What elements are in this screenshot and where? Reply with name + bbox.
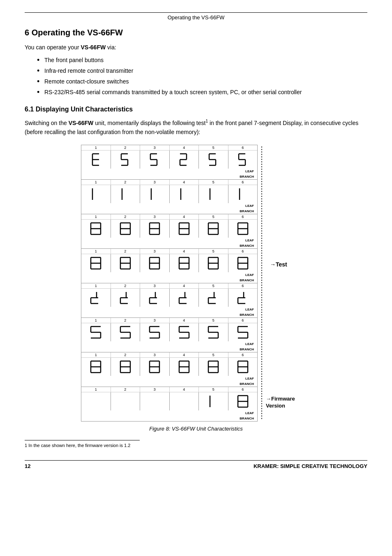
diagram-row-6: 1 2 3 4 5 6 <box>81 318 257 352</box>
seg-display <box>236 152 249 167</box>
diagram-row-4: 1 2 3 4 5 6 <box>81 249 257 283</box>
row3-segs <box>81 220 257 238</box>
diagram-row-8: 1 2 3 4 5 6 <box>81 387 257 421</box>
seg-display <box>119 325 132 340</box>
leaf-label-8: LEAF <box>245 411 254 415</box>
section61-body: Switching on the VS-66FW unit, momentari… <box>25 118 367 137</box>
list-item: The front panel buttons <box>37 56 367 65</box>
seg-display <box>236 256 249 271</box>
seg-display <box>207 290 220 305</box>
row2-segs <box>81 185 257 203</box>
seg-display <box>119 290 132 305</box>
seg-display <box>148 221 161 236</box>
seg-display <box>148 359 161 374</box>
page-number: 12 <box>25 463 30 469</box>
seg-display <box>178 325 191 340</box>
row5-labels: 1 2 3 4 5 6 <box>81 283 257 289</box>
leaf-label-1: LEAF <box>245 169 254 173</box>
leaf-label-4: LEAF <box>245 273 254 277</box>
section61-heading: 6.1 Displaying Unit Characteristics <box>25 106 367 113</box>
branch-label-2: BRANCH <box>240 209 254 213</box>
diagram: 1 2 3 4 5 6 <box>81 145 311 422</box>
seg-display <box>207 325 220 340</box>
row1-labels: 1 2 3 4 5 6 <box>81 145 257 151</box>
leaf-label-5: LEAF <box>245 308 254 311</box>
seg-display <box>236 359 249 374</box>
leaf-label-3: LEAF <box>245 239 254 242</box>
row4-labels: 1 2 3 4 5 6 <box>81 249 257 254</box>
seg-display <box>89 359 102 374</box>
seg-display <box>178 359 191 374</box>
diagram-grid: 1 2 3 4 5 6 <box>81 145 258 422</box>
seg-display <box>236 325 249 340</box>
seg-display <box>236 187 249 202</box>
right-annotations: →Test →FirmwareVersion <box>258 145 311 422</box>
branch-label-5: BRANCH <box>240 313 254 317</box>
bracket-svg <box>258 145 311 422</box>
diagram-row-3: 1 2 3 4 5 6 <box>81 214 257 249</box>
list-item: Infra-red remote control transmitter <box>37 67 367 75</box>
row7-labels: 1 2 3 4 5 6 <box>81 352 257 358</box>
seg-display <box>207 394 220 409</box>
seg-display <box>119 187 132 202</box>
leaf-label-7: LEAF <box>245 377 254 380</box>
diagram-row-5: 1 2 3 4 5 6 <box>81 283 257 318</box>
branch-label-7: BRANCH <box>240 382 254 386</box>
bullet-list: The front panel buttons Infra-red remote… <box>37 56 367 97</box>
seg-display <box>207 256 220 271</box>
seg-display <box>236 394 249 409</box>
leaf-label-2: LEAF <box>245 204 254 208</box>
row7-segs <box>81 358 257 376</box>
seg-display <box>178 187 191 202</box>
footnote: 1 In the case shown here, the firmware v… <box>25 440 140 448</box>
list-item: RS-232/RS-485 serial commands transmitte… <box>37 88 367 97</box>
diagram-row-1: 1 2 3 4 5 6 <box>81 145 257 180</box>
row2-labels: 1 2 3 4 5 6 <box>81 180 257 185</box>
seg-display <box>89 221 102 236</box>
row3-labels: 1 2 3 4 5 6 <box>81 214 257 220</box>
seg-display <box>207 359 220 374</box>
branch-label-3: BRANCH <box>240 244 254 248</box>
seg-display <box>119 359 132 374</box>
seg-display <box>178 256 191 271</box>
branch-label-1: BRANCH <box>240 175 254 178</box>
row8-labels: 1 2 3 4 5 6 <box>81 387 257 392</box>
firmware-label: →FirmwareVersion <box>266 396 295 410</box>
seg-display <box>148 290 161 305</box>
seg-display <box>119 221 132 236</box>
list-item: Remote contact-closure switches <box>37 77 367 86</box>
seg-display <box>236 221 249 236</box>
header-title: Operating the VS-66FW <box>168 14 225 21</box>
section6-intro: You can operate your VS-66FW via: <box>25 43 367 52</box>
seg-display <box>89 187 102 202</box>
seg-display <box>178 221 191 236</box>
row6-segs <box>81 323 257 341</box>
row1-segs <box>81 151 257 169</box>
seg-display <box>148 325 161 340</box>
figure-caption: Figure 8: VS-66FW Unit Characteristics <box>77 426 315 432</box>
seg-display <box>119 152 132 167</box>
seg-display <box>207 152 220 167</box>
footnote-text: 1 In the case shown here, the firmware v… <box>25 443 130 448</box>
figure8-container: 1 2 3 4 5 6 <box>77 145 315 432</box>
seg-display <box>89 325 102 340</box>
page-header: Operating the VS-66FW <box>25 12 367 24</box>
page-footer: 12 KRAMER: SIMPLE CREATIVE TECHNOLOGY <box>25 460 367 469</box>
diagram-row-2: 1 2 3 4 5 6 <box>81 180 257 214</box>
row8-segs <box>81 392 257 410</box>
seg-display <box>178 152 191 167</box>
seg-display <box>207 187 220 202</box>
seg-display <box>148 152 161 167</box>
section6-heading: 6 Operating the VS-66FW <box>25 28 367 37</box>
seg-display <box>89 152 102 167</box>
leaf-label-6: LEAF <box>245 342 254 346</box>
diagram-row-7: 1 2 3 4 5 6 <box>81 352 257 387</box>
test-label: →Test <box>270 261 287 268</box>
seg-display <box>178 290 191 305</box>
branch-label-8: BRANCH <box>240 417 254 420</box>
seg-display <box>119 256 132 271</box>
seg-display <box>207 221 220 236</box>
seg-display <box>89 256 102 271</box>
branch-label-6: BRANCH <box>240 348 254 351</box>
branch-label-4: BRANCH <box>240 278 254 282</box>
